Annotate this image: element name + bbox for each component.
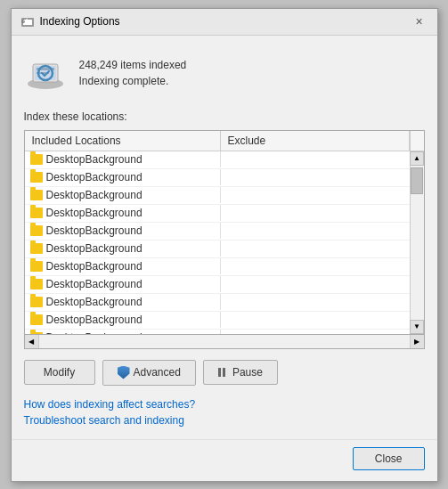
location-name: DesktopBackground <box>46 224 143 237</box>
scroll-right-arrow[interactable]: ▶ <box>410 334 424 348</box>
row-exclude-cell <box>221 300 410 304</box>
col-header-exclude: Exclude <box>221 131 410 151</box>
locations-table: Included Locations Exclude DesktopBackgr… <box>24 130 425 335</box>
table-row: DesktopBackground <box>25 223 410 240</box>
row-exclude-cell <box>221 175 410 179</box>
row-exclude-cell <box>221 318 410 322</box>
location-name: DesktopBackground <box>46 242 143 255</box>
folder-icon <box>30 154 43 165</box>
pause-icon <box>218 367 229 378</box>
table-row: DesktopBackground <box>25 312 410 330</box>
row-included-cell: DesktopBackground <box>25 187 221 203</box>
location-name: DesktopBackground <box>46 331 143 334</box>
folder-icon <box>30 172 43 183</box>
table-header: Included Locations Exclude <box>25 131 424 151</box>
table-row: DesktopBackground <box>25 187 410 205</box>
location-name: DesktopBackground <box>46 314 143 326</box>
row-included-cell: DesktopBackground <box>25 151 221 167</box>
row-exclude-cell <box>221 247 410 250</box>
col-header-included: Included Locations <box>25 131 221 151</box>
close-button[interactable]: Close <box>353 447 425 470</box>
table-row: DesktopBackground <box>25 258 410 276</box>
folder-icon <box>30 297 43 307</box>
shield-icon <box>118 366 130 379</box>
location-name: DesktopBackground <box>46 207 143 219</box>
table-row: DesktopBackground <box>25 330 410 334</box>
status-text-block: 248,249 items indexed Indexing complete. <box>79 59 187 87</box>
table-row: DesktopBackground <box>25 169 410 187</box>
row-included-cell: DesktopBackground <box>25 169 221 185</box>
row-included-cell: DesktopBackground <box>25 258 221 274</box>
table-row: DesktopBackground <box>25 294 410 312</box>
how-indexing-link[interactable]: How does indexing affect searches? <box>24 398 425 411</box>
footer: Close <box>12 439 437 481</box>
scroll-down-arrow[interactable]: ▼ <box>410 320 424 334</box>
title-bar-left: Indexing Options <box>20 14 120 29</box>
row-included-cell: DesktopBackground <box>25 205 221 221</box>
folder-icon <box>30 225 43 236</box>
h-scroll-track <box>39 335 410 348</box>
indexing-options-window: Indexing Options × 248,249 items indexed… <box>11 8 438 482</box>
location-name: DesktopBackground <box>46 278 143 290</box>
folder-icon <box>30 314 43 325</box>
folder-icon <box>30 279 43 289</box>
scroll-up-arrow[interactable]: ▲ <box>410 151 424 166</box>
pause-label: Pause <box>232 366 263 379</box>
row-exclude-cell <box>221 282 410 286</box>
row-exclude-cell <box>221 265 410 268</box>
horizontal-scrollbar[interactable]: ◀ ▶ <box>24 335 425 349</box>
row-exclude-cell <box>221 229 410 232</box>
folder-icon <box>30 261 43 272</box>
advanced-button[interactable]: Advanced <box>102 360 196 386</box>
window-icon <box>20 14 35 29</box>
row-exclude-cell <box>221 193 410 197</box>
vertical-scrollbar[interactable]: ▲ ▼ <box>410 151 424 334</box>
table-row: DesktopBackground <box>25 151 410 169</box>
location-name: DesktopBackground <box>46 189 143 201</box>
row-included-cell: DesktopBackground <box>25 294 221 310</box>
row-included-cell: DesktopBackground <box>25 223 221 239</box>
table-row: DesktopBackground <box>25 240 410 258</box>
row-included-cell: DesktopBackground <box>25 276 221 292</box>
indexing-status: Indexing complete. <box>79 75 187 87</box>
folder-icon <box>30 332 43 334</box>
advanced-label: Advanced <box>134 366 181 379</box>
status-row: 248,249 items indexed Indexing complete. <box>24 46 425 100</box>
indexing-status-icon <box>24 52 67 94</box>
scroll-thumb[interactable] <box>411 167 423 194</box>
table-body[interactable]: DesktopBackgroundDesktopBackgroundDeskto… <box>25 151 410 334</box>
table-body-inner: DesktopBackgroundDesktopBackgroundDeskto… <box>25 151 410 334</box>
items-count: 248,249 items indexed <box>79 59 187 71</box>
main-content: 248,249 items indexed Indexing complete.… <box>12 36 437 439</box>
location-name: DesktopBackground <box>46 260 143 273</box>
title-bar: Indexing Options × <box>12 9 437 36</box>
title-bar-controls: × <box>411 12 428 30</box>
folder-icon <box>30 190 43 200</box>
location-name: DesktopBackground <box>46 171 143 183</box>
window-title: Indexing Options <box>40 15 120 28</box>
location-name: DesktopBackground <box>46 296 143 308</box>
buttons-row: Modify Advanced Pause <box>24 356 425 389</box>
row-exclude-cell <box>221 211 410 215</box>
table-row: DesktopBackground <box>25 205 410 223</box>
pause-button[interactable]: Pause <box>203 360 278 385</box>
modify-button[interactable]: Modify <box>24 360 95 385</box>
row-included-cell: DesktopBackground <box>25 330 221 334</box>
row-included-cell: DesktopBackground <box>25 240 221 257</box>
folder-icon <box>30 243 43 254</box>
window-close-button[interactable]: × <box>411 12 428 30</box>
links-section: How does indexing affect searches? Troub… <box>24 396 425 428</box>
scroll-left-arrow[interactable]: ◀ <box>25 334 39 348</box>
location-name: DesktopBackground <box>46 153 143 166</box>
row-exclude-cell <box>221 158 410 161</box>
section-label: Index these locations: <box>24 110 425 123</box>
table-row: DesktopBackground <box>25 276 410 294</box>
folder-icon <box>30 208 43 218</box>
row-included-cell: DesktopBackground <box>25 312 221 328</box>
troubleshoot-link[interactable]: Troubleshoot search and indexing <box>24 414 425 427</box>
